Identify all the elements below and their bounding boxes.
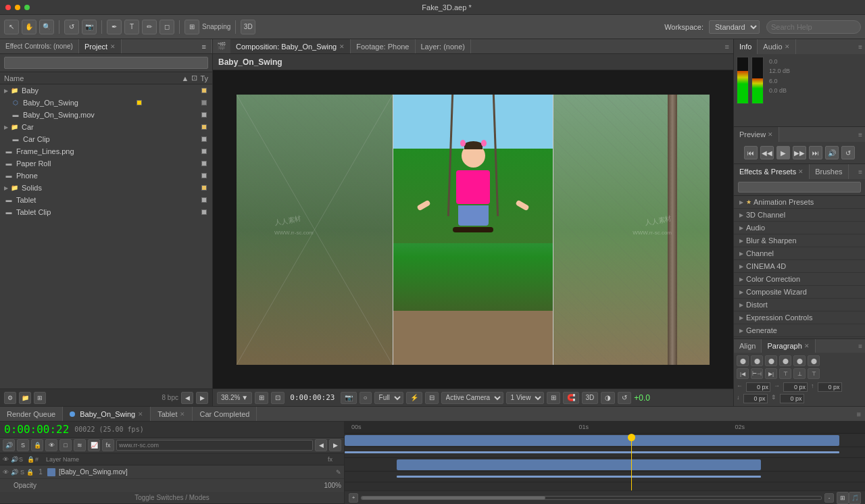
waveform-btn[interactable]: 🎵 [849,492,861,504]
tab-render-queue[interactable]: Render Queue [0,407,63,421]
next-frame-btn[interactable]: ▶▶ [793,146,806,159]
effect-item-channel[interactable]: ▶ Channel [734,247,865,260]
interpret-footage-btn[interactable]: ⚙ [4,392,16,404]
tab-footage[interactable]: Footage: Phone [351,39,415,53]
prev-frame-btn[interactable]: ◀◀ [760,146,774,159]
tab-baby-on-swing[interactable]: Baby_On_Swing ✕ [63,407,151,421]
safe-areas-btn[interactable]: ⊡ [271,392,285,404]
minimize-btn[interactable] [15,5,20,10]
prev-btn[interactable]: ◀ [181,392,193,404]
tl-nav-prev[interactable]: ◀ [315,439,327,451]
audio-icon-1[interactable]: 🔊 [11,469,18,476]
expression-btn[interactable]: fx [102,439,114,451]
panel-menu-btn[interactable]: ≡ [721,39,733,53]
track-2[interactable] [345,458,865,472]
fast-preview-btn[interactable]: ⚡ [406,392,422,404]
tab-tablet[interactable]: Tablet ✕ [151,407,193,421]
track-2-sub[interactable] [345,472,865,482]
camera-btn[interactable]: 📷 [341,392,357,404]
switches-modes-bar[interactable]: Toggle Switches / Modes [0,492,344,504]
tab-effect-controls[interactable]: Effect Controls: (none) [0,39,79,53]
quality-select[interactable]: Full [374,392,403,404]
track-1-sub[interactable] [345,447,865,458]
distribute-left-btn[interactable]: |◀ [737,368,749,379]
layer-row-1-opacity[interactable]: Opacity 100% [0,479,344,492]
exposure-btn[interactable]: ◑ [601,392,615,404]
effect-item-cinema4d[interactable]: ▶ CINEMA 4D [734,260,865,273]
3d-track-btn[interactable]: 3D [582,392,599,404]
brush-tool-btn[interactable]: ✏ [142,20,157,34]
distribute-center-v-btn[interactable]: ⊥ [793,368,806,379]
align-center-v-btn[interactable]: ⬤ [793,355,806,366]
tab-paragraph[interactable]: Paragraph ✕ [762,339,815,353]
eye-icon-1[interactable]: 👁 [3,469,9,476]
close-btn[interactable] [5,5,11,10]
tab-brushes[interactable]: Brushes [810,164,848,179]
effects-search-input[interactable] [738,182,861,193]
list-item[interactable]: ⬡ Baby_On_Swing [0,97,212,109]
list-item[interactable]: ▬ Phone [0,170,212,182]
layer-search[interactable]: www.rr-sc.com [116,440,313,451]
tab-car-completed[interactable]: Car Completed [193,407,257,421]
distribute-bottom-btn[interactable]: ⊤ [808,368,820,379]
tab-composition[interactable]: Composition: Baby_On_Swing ✕ [230,39,351,53]
view-options-btn[interactable]: ⊞ [547,392,560,404]
px-input-5[interactable] [780,394,804,403]
effect-item-audio[interactable]: ▶ Audio [734,222,865,234]
eraser-tool-btn[interactable]: ◻ [159,20,174,34]
distribute-top-btn[interactable]: ⊤ [779,368,791,379]
effect-item-distort[interactable]: ▶ Distort [734,299,865,311]
panel-menu4[interactable]: ≡ [856,339,865,353]
search-help-input[interactable] [766,20,861,34]
effect-item-generate[interactable]: ▶ Generate [734,324,865,337]
graph-editor-btn[interactable]: 📈 [88,439,100,451]
project-tab-close[interactable]: ✕ [110,43,116,50]
motion-blur-btn[interactable]: ≋ [74,439,86,451]
project-search-input[interactable] [4,57,208,69]
play-btn[interactable]: ▶ [776,146,790,159]
px-input-4[interactable] [743,394,768,403]
effect-item-color-correction[interactable]: ▶ Color Correction [734,273,865,286]
tab-align[interactable]: Align [734,339,762,353]
skip-back-btn[interactable]: ⏮ [744,146,758,159]
align-right-btn[interactable]: ⬤ [765,355,777,366]
effect-item-3d-channel[interactable]: ▶ 3D Channel [734,209,865,222]
layer-row-1[interactable]: 👁 🔊 S 🔒 1 [Baby_On_Swing.mov] ✎ [0,465,344,479]
paragraph-tab-close[interactable]: ✕ [804,343,810,349]
audio-toggle-btn[interactable]: 🔊 [825,146,839,159]
tab-effects-presets[interactable]: Effects & Presets ✕ [734,164,810,179]
px-input-2[interactable] [783,382,808,392]
preview-tab-close[interactable]: ✕ [768,131,773,138]
list-item[interactable]: ▬ Tablet [0,194,212,206]
workspace-select[interactable]: Standard [709,20,760,34]
timeline-menu[interactable]: ≡ [853,407,865,421]
reset-exposure-btn[interactable]: ↺ [618,392,631,404]
list-item[interactable]: ▬ Car Clip [0,133,212,145]
viewer-area[interactable]: 人人素材 WWW.rr-sc.com 人人素材 WWW.rr-sc.com [213,70,733,388]
new-comp-btn[interactable]: ⊞ [34,392,46,404]
effect-item-expression-controls[interactable]: ▶ Expression Controls [734,311,865,324]
tl-playhead[interactable] [631,434,632,490]
list-item[interactable]: ▬ Frame_Lines.png [0,145,212,157]
align-top-btn[interactable]: ⬤ [779,355,791,366]
distribute-center-h-btn[interactable]: ⊢⊣ [751,368,763,379]
effects-tab-close[interactable]: ✕ [798,168,804,175]
audio-tab-close[interactable]: ✕ [785,43,790,50]
panel-menu2[interactable]: ≡ [856,127,865,142]
camera-tool-btn[interactable]: 📷 [82,20,97,34]
effect-item-animation-presets[interactable]: ▶ ★ Animation Presets [734,196,865,209]
align-bottom-btn[interactable]: ⬤ [808,355,820,366]
effect-item-blur-sharpen[interactable]: ▶ Blur & Sharpen [734,234,865,247]
hide-shy-btn[interactable]: 👁 [45,439,57,451]
px-input-3[interactable] [818,382,842,392]
text-tool-btn[interactable]: T [124,20,139,34]
lock-icon-1[interactable]: 🔒 [26,469,34,476]
arrow-tool-btn[interactable]: ↖ [4,20,19,34]
tab-menu[interactable]: ≡ [197,39,212,53]
tab-close-1[interactable]: ✕ [138,411,143,418]
tab-close-2[interactable]: ✕ [180,411,185,418]
solo-btn[interactable]: S [17,439,29,451]
list-item[interactable]: ▶ 📁 Baby [0,84,212,97]
list-item[interactable]: ▬ Paper Roll [0,157,212,170]
tab-preview[interactable]: Preview ✕ [734,127,779,142]
